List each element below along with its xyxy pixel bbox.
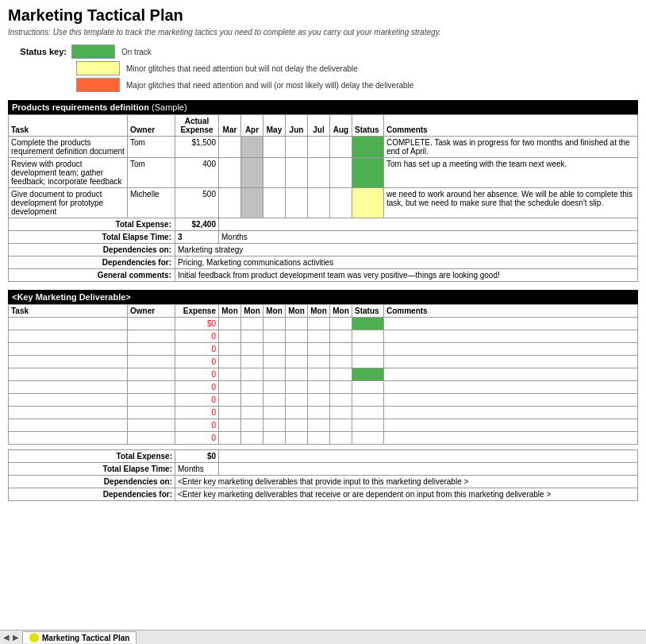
section2-body: $0 0 0 [9,318,638,445]
month-cell [219,419,241,432]
month-cell [308,419,330,432]
month-cell [308,381,330,394]
owner-cell [128,407,175,419]
month-cell [308,158,330,188]
status-cell-green [352,158,384,188]
task-cell [9,343,128,356]
total-elapse-label: Total Elapse Time: [9,231,175,244]
month-cell [263,318,286,330]
task-cell [9,330,128,343]
month-cell-gray [241,158,263,188]
tab-next-arrow[interactable]: ▶ [13,633,19,642]
th-aug: Aug [330,115,352,137]
expense-cell: 0 [175,343,219,356]
month-cell [308,368,330,381]
month-cell-gray [241,137,263,158]
status-key-section: Status key: On track Minor glitches that… [8,44,638,92]
month-cell [263,137,286,158]
month-cell [286,356,308,368]
comments-cell [384,394,638,407]
month-cell [263,330,286,343]
month-cell [219,158,241,188]
table-row: 0 [9,356,638,368]
month-cell [330,419,352,432]
task-cell [9,318,128,330]
status-row-yellow: Minor glitches that need attention but w… [8,61,638,75]
section1-sample: (Sample) [152,102,187,112]
comments-cell [384,407,638,419]
status-cell [352,394,384,407]
gen-comments-value: Initial feedback from product developmen… [175,269,638,282]
month-cell [263,188,286,218]
comments-cell [384,368,638,381]
s2-dep-on-value: <Enter key marketing deliverables that p… [175,476,638,488]
status-row-green: Status key: On track [8,44,638,59]
sheet-tab[interactable]: Marketing Tactical Plan [22,631,137,643]
month-cell-gray [241,188,263,218]
owner-cell [128,394,175,407]
th-may: May [263,115,286,137]
s2-total-expense-value: $0 [175,450,219,463]
status-cell [352,368,384,381]
month-cell [308,407,330,419]
month-cell [219,330,241,343]
status-cell-green [352,137,384,158]
table-row: 0 [9,368,638,381]
month-cell [330,318,352,330]
summary-spacer [219,218,638,231]
th-task1: Task [9,115,128,137]
month-cell [308,330,330,343]
month-cell [286,368,308,381]
main-content: Marketing Tactical Plan Instructions: Us… [0,0,646,501]
month-cell [263,158,286,188]
month-cell [263,419,286,432]
tab-icon [29,633,39,642]
expense-cell: 500 [175,188,219,218]
month-cell [308,137,330,158]
expense-cell: 0 [175,432,219,445]
month-cell [263,356,286,368]
expense-cell: 0 [175,419,219,432]
table-row: 0 [9,394,638,407]
month-cell [219,381,241,394]
month-cell [308,432,330,445]
summary-row-dep-on: Dependencies on: Marketing strategy [9,244,638,256]
section2-table-wrapper: Task Owner Expense Mon Mon Mon Mon Mon M… [8,304,638,445]
th-expense1: ActualExpense [175,115,219,137]
month-cell [241,381,263,394]
month-cell [219,318,241,330]
task-cell [9,394,128,407]
table-row: $0 [9,318,638,330]
summary-row-expense: Total Expense: $2,400 [9,218,638,231]
owner-cell [128,432,175,445]
summary-row-elapse: Total Elapse Time: 3 Months [9,231,638,244]
month-cell [219,137,241,158]
comments-cell: Tom has set up a meeting with the team n… [384,158,638,188]
section2-summary-table: Total Expense: $0 Total Elapse Time: Mon… [8,449,638,501]
status-orange-box [76,78,120,92]
th-apr: Apr [241,115,263,137]
month-cell [286,343,308,356]
tab-prev-arrow[interactable]: ◀ [3,633,10,642]
section2-title: <Key Marketing Deliverable> [12,292,131,302]
month-cell [308,394,330,407]
s2-total-expense-row: Total Expense: $0 [9,450,638,463]
month-cell [219,432,241,445]
status-cell [352,407,384,419]
table-row: 0 [9,343,638,356]
s2-total-expense-label: Total Expense: [9,450,175,463]
month-cell [308,356,330,368]
month-cell [330,158,352,188]
s2-dep-on-row: Dependencies on: <Enter key marketing de… [9,476,638,488]
expense-cell: 0 [175,356,219,368]
month-cell [330,356,352,368]
s2-dep-for-row: Dependencies for: <Enter key marketing d… [9,488,638,501]
task-cell: Give document to product development for… [9,188,128,218]
owner-cell [128,419,175,432]
owner-cell [128,318,175,330]
comments-cell [384,343,638,356]
dep-for-label: Dependencies for: [9,256,175,269]
task-cell: Review with product development team; ga… [9,158,128,188]
summary-row-gen-comments: General comments: Initial feedback from … [9,269,638,282]
month-cell [286,381,308,394]
